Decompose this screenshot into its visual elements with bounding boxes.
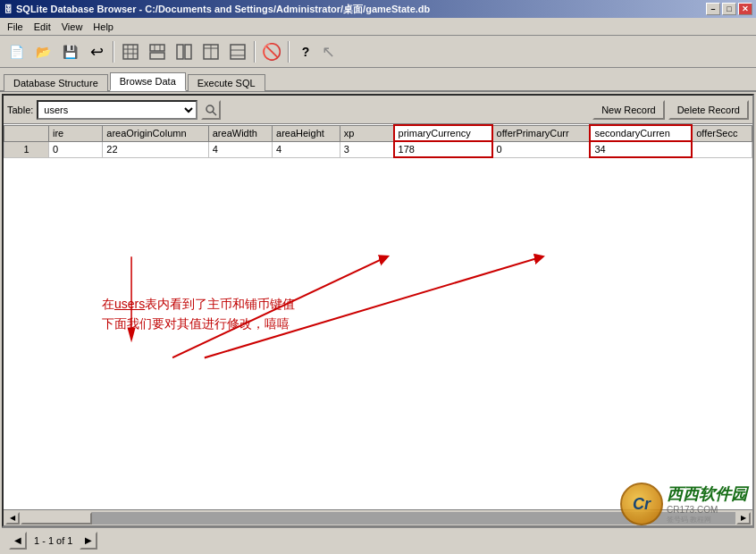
cell-primarycurrency[interactable]: 178 <box>394 141 492 157</box>
close-button[interactable]: ✕ <box>738 3 752 15</box>
col-xp: xp <box>340 125 393 141</box>
search-button[interactable] <box>201 100 221 120</box>
undo-button[interactable]: ↩ <box>84 39 109 64</box>
new-record-button[interactable]: New Record <box>592 100 665 120</box>
open-file-button[interactable]: 📂 <box>30 39 55 64</box>
svg-line-18 <box>213 112 216 115</box>
col-areaorigincol: areaOriginColumn <box>103 125 208 141</box>
app-icon: 🗄 <box>4 4 13 14</box>
table-view3-button[interactable] <box>172 39 197 64</box>
cell-areaheight[interactable]: 4 <box>273 141 340 157</box>
col-offersec: offerSecc <box>692 125 752 141</box>
stop-button[interactable]: 🚫 <box>259 39 284 64</box>
tab-execute-sql[interactable]: Execute SQL <box>188 74 265 91</box>
menu-view[interactable]: View <box>56 20 88 34</box>
col-ire: ire <box>49 125 103 141</box>
nav-bar: ◀ 1 - 1 of 1 ▶ <box>2 527 754 552</box>
svg-rect-6 <box>150 53 164 59</box>
cell-offerprimarycurr[interactable]: 0 <box>492 141 591 157</box>
col-areaheight: areaHeight <box>273 125 340 141</box>
table-select[interactable]: users <box>37 100 197 120</box>
minimize-button[interactable]: – <box>706 3 720 15</box>
svg-rect-14 <box>231 45 245 59</box>
scroll-grip[interactable] <box>21 512 92 525</box>
page-info: 1 - 1 of 1 <box>34 535 72 546</box>
cursor-icon: ↖ <box>322 42 335 62</box>
logo-brand: 西西软件园 <box>667 483 747 505</box>
toolbar-separator-3 <box>288 41 290 63</box>
inner-panel: Table: users New Record Delete Record <box>2 94 754 527</box>
logo-circle: Cr <box>620 483 663 525</box>
cell-areaorigincol[interactable]: 22 <box>103 141 208 157</box>
col-areawidth: areaWidth <box>208 125 272 141</box>
col-rownum <box>4 125 49 141</box>
svg-rect-9 <box>177 45 183 59</box>
logo-sub2: 签号码 教程网 <box>667 515 747 525</box>
col-primarycurrency: primaryCurrency <box>394 125 492 141</box>
toolbar: 📄 📂 💾 ↩ 🚫 ? ↖ <box>0 36 756 68</box>
scroll-left-button[interactable]: ◀ <box>5 512 20 525</box>
menu-edit[interactable]: Edit <box>29 20 56 34</box>
table-row[interactable]: 1 0 22 4 4 3 178 0 34 <box>4 141 752 157</box>
cell-ire[interactable]: 0 <box>49 141 103 157</box>
tab-database-structure[interactable]: Database Structure <box>4 74 108 91</box>
svg-point-17 <box>206 105 214 113</box>
cell-rownum: 1 <box>4 141 49 157</box>
maximize-button[interactable]: □ <box>722 3 736 15</box>
col-secondarycurren: secondaryCurren <box>590 125 692 141</box>
table-label: Table: <box>7 105 33 115</box>
table-view2-button[interactable] <box>145 39 170 64</box>
menu-bar: File Edit View Help <box>0 18 756 36</box>
title-bar: 🗄 SQLite Database Browser - C:/Documents… <box>0 0 756 18</box>
col-offerprimarycurr: offerPrimaryCurr <box>492 125 591 141</box>
window-controls: – □ ✕ <box>706 3 752 15</box>
table-toolbar: Table: users New Record Delete Record <box>4 96 752 124</box>
annotation-text: 在users表内看到了主币和铺币键值 下面我们要对其值进行修改，嘻嘻 <box>102 294 295 334</box>
cell-secondarycurren[interactable]: 34 <box>590 141 692 157</box>
logo-sub: CR173.COM <box>667 505 747 515</box>
cell-areawidth[interactable]: 4 <box>208 141 272 157</box>
logo-watermark: Cr 西西软件园 CR173.COM 签号码 教程网 <box>620 483 747 525</box>
svg-rect-10 <box>185 45 191 59</box>
table-view5-button[interactable] <box>225 39 250 64</box>
menu-help[interactable]: Help <box>88 20 119 34</box>
tab-browse-data[interactable]: Browse Data <box>110 72 186 91</box>
cell-offersec[interactable] <box>692 141 752 157</box>
data-table: ire areaOriginColumn areaWidth areaHeigh… <box>4 124 752 158</box>
next-button[interactable]: ▶ <box>80 532 97 550</box>
save-file-button[interactable]: 💾 <box>57 39 82 64</box>
title-text: SQLite Database Browser - C:/Documents a… <box>16 3 430 16</box>
annotation-area: 在users表内看到了主币和铺币键值 下面我们要对其值进行修改，嘻嘻 <box>4 231 752 509</box>
menu-file[interactable]: File <box>2 20 29 34</box>
cell-xp[interactable]: 3 <box>340 141 393 157</box>
table-view4-button[interactable] <box>198 39 223 64</box>
toolbar-separator-1 <box>113 41 114 63</box>
toolbar-separator-2 <box>254 41 256 63</box>
svg-rect-5 <box>150 45 164 51</box>
annotation-arrows <box>4 231 752 509</box>
prev-button[interactable]: ◀ <box>9 532 27 550</box>
new-file-button[interactable]: 📄 <box>4 39 29 64</box>
svg-rect-0 <box>123 45 138 59</box>
tabs-bar: Database Structure Browse Data Execute S… <box>0 68 756 92</box>
delete-record-button[interactable]: Delete Record <box>668 100 749 120</box>
data-table-wrapper[interactable]: ire areaOriginColumn areaWidth areaHeigh… <box>4 124 752 231</box>
help-button[interactable]: ? <box>293 39 318 64</box>
table-view1-button[interactable] <box>118 39 143 64</box>
